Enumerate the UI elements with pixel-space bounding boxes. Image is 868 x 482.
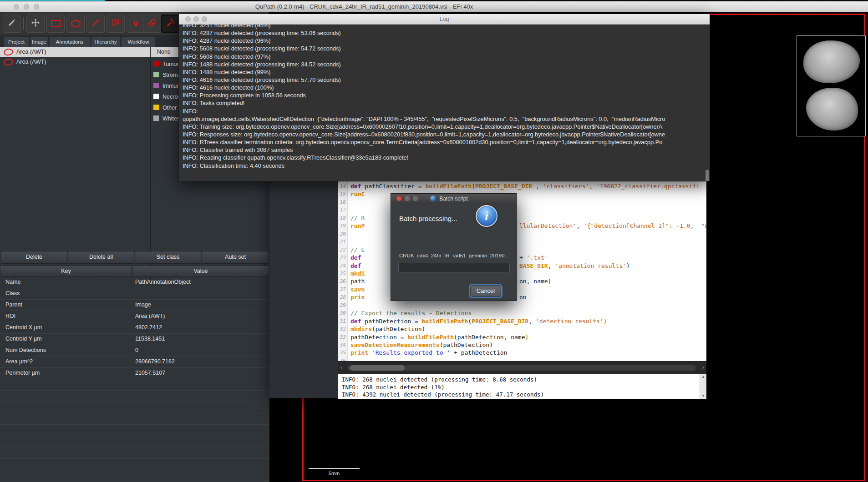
ellipse-tool-button[interactable] xyxy=(66,15,85,33)
tab-annotations[interactable]: Annotations xyxy=(49,36,90,47)
scroll-right-icon[interactable]: › xyxy=(702,364,704,371)
log-line: INFO: 4616 nuclei detected (100%) xyxy=(183,84,705,91)
polyline-tool-button[interactable]: V xyxy=(127,15,145,33)
class-color-swatch xyxy=(153,61,159,66)
measurement-value: Area (AWT) xyxy=(135,311,165,322)
measurement-row[interactable]: Perimeter µm21057.5107 xyxy=(0,367,269,379)
set-class-button[interactable]: Set class xyxy=(135,251,201,264)
measurement-row[interactable]: Num Detections0 xyxy=(0,345,269,356)
measurement-key: Parent xyxy=(5,299,22,311)
pen-tool-button[interactable] xyxy=(3,15,21,33)
scrollbar-thumb[interactable] xyxy=(706,170,709,181)
dialog-message: Batch processing... xyxy=(399,215,457,222)
script-list-pane[interactable] xyxy=(269,164,338,398)
log-line: INFO: xyxy=(183,107,705,115)
measurement-key: Centroid X µm xyxy=(5,322,42,333)
polygon-tool-button[interactable] xyxy=(107,15,125,33)
line-number: 34 xyxy=(340,341,346,349)
rectangle-tool-button[interactable] xyxy=(46,15,65,33)
measurement-row[interactable] xyxy=(0,379,269,391)
overview-thumbnail[interactable] xyxy=(797,35,866,136)
horizontal-scrollbar[interactable]: ‹ › xyxy=(338,361,706,374)
measurement-row[interactable] xyxy=(0,390,269,402)
key-column-header[interactable]: Key xyxy=(0,266,132,276)
measurement-key: Class xyxy=(5,288,20,299)
move-icon xyxy=(31,18,40,29)
measurement-row[interactable] xyxy=(0,424,269,436)
line-number-gutter: 1415161718192021222324252627282930313233… xyxy=(338,164,348,361)
log-content[interactable]: INFO: 3251 nuclei detected (95%)INFO: 42… xyxy=(179,24,710,181)
log-line: INFO: Reading classifier qupath.opencv.c… xyxy=(183,154,705,161)
line-number: 20 xyxy=(340,230,346,238)
measurement-row[interactable] xyxy=(0,458,269,470)
delete-all-button[interactable]: Delete all xyxy=(68,251,134,264)
log-line: INFO: 5608 nuclei detected (97%) xyxy=(183,53,705,60)
measurement-key: Centroid Y µm xyxy=(5,333,42,345)
measurement-row[interactable]: Centroid Y µm11538.1451 xyxy=(0,333,269,345)
annotation-row[interactable]: Area (AWT) xyxy=(0,47,150,57)
measurement-row[interactable] xyxy=(0,447,269,459)
line-number: 30 xyxy=(340,309,346,317)
qupath-app: QuPath (0.2.0-m4) - CRUK_cdx4_24hr_IR_ra… xyxy=(0,0,868,482)
dialog-titlebar[interactable]: Batch script xyxy=(391,194,516,204)
rectangle-icon xyxy=(51,20,61,27)
tab-hierarchy[interactable]: Hierarchy xyxy=(91,36,120,47)
measurement-table-header: Key Value xyxy=(0,266,269,276)
line-tool-button[interactable] xyxy=(86,15,105,33)
processing-filename: CRUK_cdx4_24hr_IR_rad51_geminin_20190... xyxy=(399,253,509,258)
roi-ellipse-icon xyxy=(3,48,13,56)
measurement-row[interactable] xyxy=(0,470,269,482)
console-scrollbar[interactable]: ▲ ▼ xyxy=(700,374,706,399)
scrollbar-track[interactable] xyxy=(347,365,696,371)
auto-set-button[interactable]: Auto set xyxy=(202,251,269,264)
log-window: Log INFO: 3251 nuclei detected (95%)INFO… xyxy=(178,14,710,181)
scrollbar-thumb[interactable] xyxy=(350,365,405,371)
class-color-swatch xyxy=(153,72,159,77)
annotation-row[interactable]: Area (AWT) xyxy=(0,57,150,67)
measurement-row[interactable]: Area µm^228066790.7162 xyxy=(0,356,269,368)
dialog-title: Batch script xyxy=(391,194,516,204)
log-titlebar[interactable]: Log xyxy=(179,14,710,25)
scroll-down-icon[interactable]: ▼ xyxy=(700,393,706,399)
delete-button[interactable]: Delete xyxy=(1,251,67,264)
move-tool-button[interactable] xyxy=(26,15,45,33)
tab-project[interactable]: Project xyxy=(4,36,29,47)
measurement-key: Area µm^2 xyxy=(5,356,33,367)
measurement-row[interactable]: ParentImage xyxy=(0,299,269,311)
cancel-button[interactable]: Cancel xyxy=(470,285,501,297)
measurement-row[interactable]: NamePathAnnotationObject xyxy=(0,276,269,288)
ellipse-icon xyxy=(71,20,81,27)
log-line: INFO: Tasks completed! xyxy=(183,99,705,107)
scalebar-line xyxy=(309,468,360,469)
progress-field xyxy=(398,263,510,272)
value-column-header[interactable]: Value xyxy=(132,266,269,276)
scroll-up-icon[interactable]: ▲ xyxy=(700,374,706,380)
measurement-table: NamePathAnnotationObjectClassParentImage… xyxy=(0,276,269,482)
line-number: 14 xyxy=(340,182,346,190)
script-console: ▲ ▼ INFO: 268 nuclei detected (processin… xyxy=(338,374,706,399)
measurement-row[interactable] xyxy=(0,436,269,447)
measurement-row[interactable] xyxy=(0,402,269,413)
log-line: INFO: 4616 nuclei detected (processing t… xyxy=(183,76,705,84)
code-line: mkdirs(pathDetection) xyxy=(350,325,706,333)
measurement-row[interactable]: ROIArea (AWT) xyxy=(0,311,269,322)
code-line: // Export the results - Detections xyxy=(350,309,706,317)
measurement-value: Image xyxy=(135,299,151,311)
measurement-row[interactable]: Class xyxy=(0,288,269,300)
brush-tool-button[interactable] xyxy=(143,15,161,33)
log-line: INFO: 1488 nuclei detected (processing t… xyxy=(183,60,705,68)
measurement-row[interactable]: Centroid X µm4802.7412 xyxy=(0,322,269,334)
measurement-row[interactable] xyxy=(0,413,269,425)
wand-tool-button[interactable] xyxy=(161,15,179,33)
roi-ellipse-icon xyxy=(3,58,13,66)
log-line: INFO: Training size: org.bytedeco.opencv… xyxy=(183,123,705,131)
tab-image[interactable]: Image xyxy=(30,36,48,47)
batch-script-dialog: Batch script Batch processing... i CRUK_… xyxy=(391,193,517,301)
brush-icon xyxy=(147,18,157,29)
line-number: 31 xyxy=(340,317,346,325)
scroll-left-icon[interactable]: ‹ xyxy=(340,364,342,371)
tab-workflow[interactable]: Workflow xyxy=(121,36,156,47)
line-number: 18 xyxy=(340,214,346,222)
log-line: INFO: Responses size: org.bytedeco.openc… xyxy=(183,131,705,138)
line-number: 28 xyxy=(340,293,346,301)
